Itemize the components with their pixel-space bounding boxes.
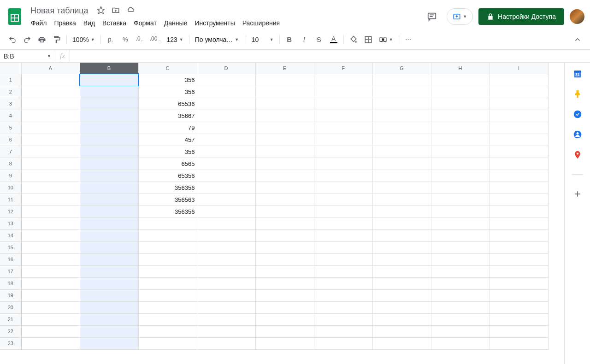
cell-E5[interactable] — [255, 122, 314, 134]
cell-E17[interactable] — [255, 265, 314, 277]
name-box[interactable]: B:B ▼ — [0, 50, 55, 62]
cell-H8[interactable] — [431, 158, 490, 170]
col-header-G[interactable]: G — [372, 63, 431, 74]
cell-G12[interactable] — [372, 205, 431, 217]
cell-G9[interactable] — [372, 170, 431, 182]
number-format-dropdown[interactable]: 123▼ — [164, 34, 186, 45]
col-header-B[interactable]: B — [80, 63, 138, 74]
cell-E16[interactable] — [255, 253, 314, 265]
cell-E20[interactable] — [255, 301, 314, 313]
cell-C19[interactable] — [138, 289, 197, 301]
cell-H23[interactable] — [431, 337, 490, 349]
cell-D1[interactable] — [197, 74, 255, 86]
cell-D15[interactable] — [197, 241, 255, 253]
star-icon[interactable] — [97, 6, 105, 16]
cell-H2[interactable] — [431, 86, 490, 98]
cell-B2[interactable] — [80, 86, 138, 98]
cell-H6[interactable] — [431, 134, 490, 146]
col-header-E[interactable]: E — [255, 63, 314, 74]
cell-G5[interactable] — [372, 122, 431, 134]
row-header-11[interactable]: 11 — [0, 194, 21, 205]
menu-format[interactable]: Формат — [130, 18, 160, 29]
menu-insert[interactable]: Вставка — [99, 18, 130, 29]
cell-E12[interactable] — [255, 205, 314, 217]
cell-F20[interactable] — [314, 301, 372, 313]
cell-D8[interactable] — [197, 158, 255, 170]
cell-G17[interactable] — [372, 265, 431, 277]
cell-E11[interactable] — [255, 194, 314, 205]
cell-B5[interactable] — [80, 122, 138, 134]
row-header-12[interactable]: 12 — [0, 205, 21, 217]
print-button[interactable] — [35, 33, 49, 47]
cell-C11[interactable]: 356563 — [138, 194, 197, 205]
cell-A21[interactable] — [21, 313, 80, 325]
cell-C21[interactable] — [138, 313, 197, 325]
row-header-23[interactable]: 23 — [0, 337, 21, 349]
cell-F4[interactable] — [314, 110, 372, 122]
cell-F11[interactable] — [314, 194, 372, 205]
cell-I23[interactable] — [490, 337, 548, 349]
cell-E19[interactable] — [255, 289, 314, 301]
tasks-icon[interactable] — [573, 110, 582, 119]
cell-H12[interactable] — [431, 205, 490, 217]
cell-F6[interactable] — [314, 134, 372, 146]
cell-C8[interactable]: 6565 — [138, 158, 197, 170]
cell-D18[interactable] — [197, 277, 255, 289]
col-header-D[interactable]: D — [197, 63, 255, 74]
cell-I14[interactable] — [490, 229, 548, 241]
cell-G18[interactable] — [372, 277, 431, 289]
add-icon[interactable] — [573, 189, 582, 199]
menu-data[interactable]: Данные — [161, 18, 191, 29]
calendar-icon[interactable]: 31 — [573, 69, 582, 78]
cell-A3[interactable] — [21, 98, 80, 110]
cell-I6[interactable] — [490, 134, 548, 146]
cell-I16[interactable] — [490, 253, 548, 265]
row-header-14[interactable]: 14 — [0, 229, 21, 241]
percent-button[interactable]: % — [118, 33, 132, 47]
cell-I17[interactable] — [490, 265, 548, 277]
cell-H14[interactable] — [431, 229, 490, 241]
cell-H11[interactable] — [431, 194, 490, 205]
cell-F21[interactable] — [314, 313, 372, 325]
cell-C5[interactable]: 79 — [138, 122, 197, 134]
cell-A20[interactable] — [21, 301, 80, 313]
font-size-dropdown[interactable]: 10▼ — [249, 34, 277, 45]
cell-D3[interactable] — [197, 98, 255, 110]
cell-I7[interactable] — [490, 146, 548, 158]
italic-button[interactable]: I — [297, 33, 311, 47]
cell-D12[interactable] — [197, 205, 255, 217]
cell-G1[interactable] — [372, 74, 431, 86]
row-header-8[interactable]: 8 — [0, 158, 21, 170]
col-header-C[interactable]: C — [138, 63, 197, 74]
cell-F8[interactable] — [314, 158, 372, 170]
cell-B15[interactable] — [80, 241, 138, 253]
collapse-toolbar-button[interactable] — [571, 33, 584, 47]
cell-B9[interactable] — [80, 170, 138, 182]
undo-button[interactable] — [6, 33, 19, 47]
cell-A14[interactable] — [21, 229, 80, 241]
cell-I19[interactable] — [490, 289, 548, 301]
cell-F9[interactable] — [314, 170, 372, 182]
cell-H9[interactable] — [431, 170, 490, 182]
cell-D20[interactable] — [197, 301, 255, 313]
cell-I10[interactable] — [490, 182, 548, 194]
paint-format-button[interactable] — [50, 33, 64, 47]
menu-view[interactable]: Вид — [80, 18, 98, 29]
cell-G10[interactable] — [372, 182, 431, 194]
cell-A10[interactable] — [21, 182, 80, 194]
borders-button[interactable] — [361, 33, 375, 47]
row-header-10[interactable]: 10 — [0, 182, 21, 194]
cell-I21[interactable] — [490, 313, 548, 325]
cell-F13[interactable] — [314, 217, 372, 229]
cell-A15[interactable] — [21, 241, 80, 253]
cell-F17[interactable] — [314, 265, 372, 277]
row-header-13[interactable]: 13 — [0, 217, 21, 229]
cell-C22[interactable] — [138, 325, 197, 337]
cell-A9[interactable] — [21, 170, 80, 182]
cell-E13[interactable] — [255, 217, 314, 229]
cell-I18[interactable] — [490, 277, 548, 289]
cell-G6[interactable] — [372, 134, 431, 146]
cell-F19[interactable] — [314, 289, 372, 301]
cell-B17[interactable] — [80, 265, 138, 277]
cell-E2[interactable] — [255, 86, 314, 98]
